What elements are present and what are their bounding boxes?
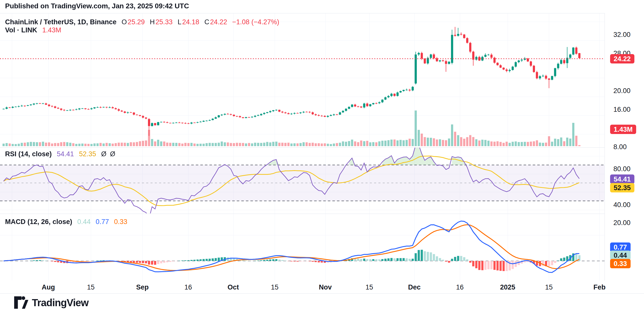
price-axis[interactable]: 32.0028.0020.0016.0012.008.0080.0060.004…	[605, 13, 644, 293]
price-tick-label: 32.00	[613, 31, 631, 39]
change-value: −1.08 (−4.27%)	[232, 18, 279, 26]
rsi-ma-value: 52.35	[79, 150, 96, 158]
price-tick-label: 8.00	[613, 143, 627, 151]
volume-badge: 1.43M	[610, 125, 636, 134]
volume-title[interactable]: Vol · LINK	[5, 26, 37, 34]
macd-title[interactable]: MACD (12, 26, close)	[5, 218, 72, 226]
macd-line-value: 0.77	[96, 218, 109, 226]
open-value: O25.29	[122, 18, 145, 26]
time-axis-label: Sep	[136, 283, 149, 291]
macd-signal-value: 0.33	[114, 218, 127, 226]
time-axis-label: Oct	[227, 283, 239, 291]
macd-legend: MACD (12, 26, close) 0.44 0.77 0.33	[5, 218, 127, 226]
rsi-zero-icon: ØØ	[101, 150, 119, 158]
tradingview-published-chart: Published on TradingView.com, Jan 23, 20…	[0, 0, 644, 311]
brand-name: TradingView	[32, 297, 89, 308]
macd-signal-badge: 0.33	[610, 259, 631, 268]
rsi-ma-badge: 52.35	[610, 183, 634, 192]
price-tick-label: 20.00	[613, 87, 631, 95]
rsi-value: 54.41	[57, 150, 74, 158]
last-price-badge: 24.22	[610, 54, 634, 63]
time-axis-label: Nov	[319, 283, 332, 291]
rsi-legend: RSI (14, close) 54.41 52.35 ØØ	[5, 150, 119, 158]
low-value: L24.18	[178, 18, 199, 26]
time-axis-label: Aug	[42, 283, 55, 291]
volume-value: 1.43M	[42, 26, 61, 34]
macd-hist-value: 0.44	[77, 218, 91, 226]
footer-separator	[0, 293, 644, 294]
pane-separator-macd[interactable]	[0, 214, 644, 214]
time-axis-label: Feb	[593, 283, 606, 291]
rsi-title[interactable]: RSI (14, close)	[5, 150, 52, 158]
tradingview-logo-icon	[14, 296, 28, 309]
footer-brand[interactable]: TradingView	[14, 296, 89, 309]
time-axis-label: Dec	[408, 283, 421, 291]
time-axis-label: 15	[271, 283, 278, 291]
time-axis-label: 15	[87, 283, 95, 291]
volume-legend: Vol · LINK 1.43M	[5, 26, 61, 34]
symbol-legend: ChainLink / TetherUS, 1D, Binance O25.29…	[5, 18, 279, 26]
rsi-tick-label: 80.00	[613, 165, 631, 173]
time-axis-label: 15	[366, 283, 373, 291]
symbol-title[interactable]: ChainLink / TetherUS, 1D, Binance	[5, 18, 117, 26]
time-axis-label: 16	[456, 283, 464, 291]
macd-hist-badge: 0.44	[610, 251, 631, 260]
close-value: C24.22	[204, 18, 227, 26]
pane-separator-rsi[interactable]	[0, 147, 644, 148]
high-value: H25.33	[150, 18, 173, 26]
rsi-tick-label: 20.00	[613, 219, 631, 227]
time-axis-label: 16	[184, 283, 192, 291]
rsi-value-badge: 54.41	[610, 174, 634, 184]
published-header: Published on TradingView.com, Jan 23, 20…	[5, 2, 189, 10]
rsi-tick-label: 40.00	[613, 201, 631, 209]
time-axis-label: 2025	[500, 283, 515, 291]
time-axis-label: 15	[545, 283, 553, 291]
header-separator	[0, 13, 644, 13]
price-tick-label: 16.00	[613, 106, 631, 114]
time-axis[interactable]: Aug15Sep16Oct15Nov15Dec16202515Feb	[0, 281, 644, 293]
